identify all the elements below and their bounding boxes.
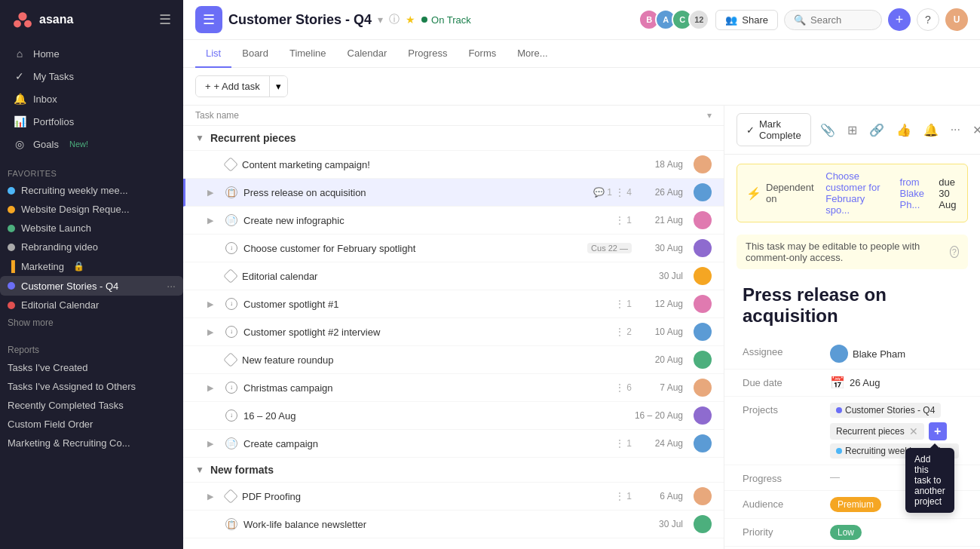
task-detail-title[interactable]: Press release on acquisition [724,278,980,339]
table-row[interactable]: 16 – 20 Aug 16 – 20 Aug [183,402,724,430]
nav-item-home[interactable]: ⌂ Home [6,42,177,65]
add-task-button[interactable]: + + Add task ▾ [195,75,288,97]
expand-icon[interactable]: ▶ [207,188,219,198]
table-row[interactable]: ▶ 📄 Create campaign ⋮ 1 24 Aug [183,430,724,458]
expand-icon[interactable]: ▶ [207,327,219,337]
tab-calendar[interactable]: Calendar [337,40,398,68]
expand-icon[interactable]: ▶ [207,383,219,393]
task-check-icon[interactable] [223,157,238,172]
like-icon[interactable]: 👍 [893,120,914,140]
expand-icon[interactable]: ▶ [207,299,219,309]
report-item-tasks-assigned[interactable]: Tasks I've Assigned to Others [8,377,176,396]
report-item-tasks-created[interactable]: Tasks I've Created [8,358,176,377]
task-check-icon[interactable] [225,409,237,422]
tab-timeline[interactable]: Timeline [279,40,337,68]
add-task-main[interactable]: + + Add task [196,76,269,97]
reminder-icon[interactable]: 🔔 [920,120,942,140]
task-check-icon[interactable] [223,489,238,504]
task-check-icon[interactable] [225,326,237,338]
report-item-custom-field[interactable]: Custom Field Order [8,415,176,434]
lock-icon: 🔒 [73,261,84,271]
sidebar-item-customer-stories[interactable]: Customer Stories - Q4 ··· [0,276,183,296]
star-icon[interactable]: ★ [406,14,415,26]
nav-item-my-tasks[interactable]: ✓ My Tasks [6,65,177,87]
task-check-icon[interactable]: 📄 [225,437,237,449]
chevron-down-icon[interactable]: ▾ [378,14,383,26]
nav-item-inbox[interactable]: 🔔 Inbox [6,87,177,110]
task-check-icon[interactable] [225,382,237,394]
close-section-icon[interactable]: ✕ [909,425,918,437]
table-row[interactable]: ▶ 📄 Create new infographic ⋮ 1 21 Aug [183,207,724,235]
recruiting-dot [836,448,842,454]
task-check-icon[interactable]: 📄 [225,214,237,226]
search-input[interactable] [810,14,871,26]
close-icon[interactable]: ✕ [969,120,980,140]
report-item-recently-completed[interactable]: Recently Completed Tasks [8,396,176,415]
tab-progress[interactable]: Progress [397,40,458,68]
bar-chart-icon: ▐ [8,260,15,272]
nav-item-portfolios[interactable]: 📊 Portfolios [6,110,177,133]
section-new-formats[interactable]: ▼ New formats [183,458,724,483]
tab-more[interactable]: More... [507,40,558,68]
table-row[interactable]: ▶ PDF Proofing ⋮ 1 6 Aug [183,483,724,511]
task-check-icon[interactable]: 📋 [225,518,237,530]
field-label-assignee: Assignee [743,345,818,357]
section-tag-recurrent: Recurrent pieces ✕ [830,423,924,440]
report-item-marketing-recruiting[interactable]: Marketing & Recruiting Co... [8,434,176,452]
info-icon[interactable]: ⓘ [389,13,400,26]
mark-complete-button[interactable]: ✓ Mark Complete [737,113,811,146]
dot-icon [8,187,15,195]
sidebar-toggle-icon[interactable]: ☰ [159,11,171,28]
show-more-button[interactable]: Show more [0,314,183,331]
share-label: Share [742,14,768,26]
sidebar-item-recruiting[interactable]: Recruiting weekly mee... [0,181,183,200]
help-button[interactable]: ? [917,8,939,31]
table-row[interactable]: New feature roundup 20 Aug [183,346,724,374]
table-row[interactable]: ▶ Customer spotlight #2 interview ⋮ 2 10… [183,318,724,346]
sidebar-item-marketing[interactable]: ▐ Marketing 🔒 [0,256,183,276]
subtask-icon[interactable]: ⊞ [844,120,860,140]
table-row[interactable]: ▶ 📋 Press release on acquisition 💬 1 ⋮ 4… [183,179,724,207]
table-row[interactable]: Content marketing campaign! 18 Aug [183,151,724,179]
table-row[interactable]: ▶ Christmas campaign ⋮ 6 7 Aug [183,374,724,402]
sidebar-item-website-design[interactable]: Website Design Reque... [0,200,183,219]
link-icon[interactable]: 🔗 [866,120,887,140]
tab-forms[interactable]: Forms [458,40,507,68]
table-row[interactable]: Choose customer for February spotlight C… [183,235,724,262]
task-check-icon[interactable] [225,242,237,254]
table-row[interactable]: ▶ Customer spotlight #1 ⋮ 1 12 Aug [183,290,724,318]
tab-board[interactable]: Board [231,40,279,68]
section-recurrent-pieces[interactable]: ▼ Recurrent pieces [183,126,724,151]
add-task-dropdown-arrow[interactable]: ▾ [269,76,287,97]
add-to-project-button[interactable]: + [929,422,947,440]
task-check-icon[interactable] [223,268,238,284]
more-options-icon[interactable]: ··· [167,280,176,292]
task-check-icon[interactable] [225,298,237,310]
task-check-icon[interactable]: 📋 [225,186,237,198]
expand-icon[interactable]: ▶ [207,216,219,225]
column-sort-icon[interactable]: ▾ [707,110,712,121]
sidebar-item-rebranding[interactable]: Rebranding video [0,238,183,256]
attachment-icon[interactable]: 📎 [817,120,838,140]
task-assignee-avatar [694,267,712,285]
nav-item-goals[interactable]: ◎ Goals New! [6,133,177,155]
task-check-icon[interactable] [223,352,238,367]
dependency-link[interactable]: Choose customer for February spo... [825,170,888,216]
sidebar-item-website-launch[interactable]: Website Launch [0,219,183,238]
sidebar-item-editorial[interactable]: Editorial Calendar [0,296,183,314]
search-bar[interactable]: 🔍 [784,10,882,30]
user-avatar[interactable]: U [945,8,968,31]
task-icons: 💬 1 ⋮ 4 [593,187,632,198]
table-row[interactable]: 📋 Work-life balance newsletter 30 Jul [183,511,724,538]
expand-icon[interactable]: ▶ [207,492,219,501]
projects-row: Customer Stories - Q4 Recurrent pieces ✕… [830,403,962,440]
expand-icon[interactable]: ▶ [207,439,219,449]
table-row[interactable]: Editorial calendar 30 Jul [183,262,724,290]
share-button[interactable]: 👥 Share [715,10,778,30]
svg-point-0 [18,12,26,20]
add-button[interactable]: + [888,8,911,31]
priority-badge[interactable]: Low [830,525,862,540]
tab-list[interactable]: List [195,40,231,68]
audience-badge[interactable]: Premium [830,497,881,512]
more-options-icon[interactable]: ··· [948,120,963,140]
